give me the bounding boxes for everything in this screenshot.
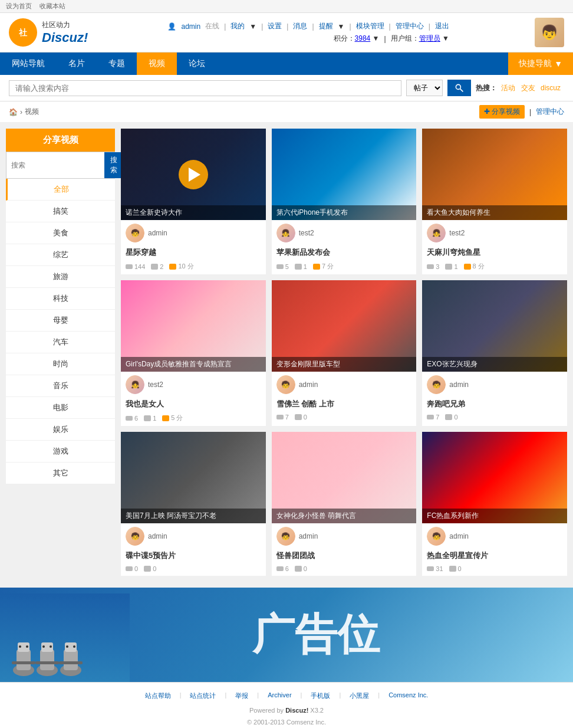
play-button-1[interactable]: [179, 160, 208, 189]
user-name-8: admin: [299, 532, 318, 540]
video-overlay-2: 第六代iPhone手机发布: [272, 205, 417, 220]
video-thumb-2[interactable]: 第六代iPhone手机发布: [272, 129, 417, 220]
video-stats-8: 6 0: [272, 563, 417, 576]
video-card-4: Girl'sDay成员敏雅推首专成熟宣言 👧 test2 我也是女人 6 1 5…: [121, 280, 266, 426]
hot-item-3[interactable]: discuz: [541, 84, 561, 92]
logout-link[interactable]: 退出: [435, 21, 449, 31]
ad-text: 广告位: [252, 606, 380, 663]
video-title-4: 我也是女人: [121, 398, 266, 412]
share-video-button[interactable]: ✚ 分享视频: [479, 105, 525, 119]
video-card-3: 看大鱼大肉如何养生 👧 test2 天麻川穹炖鱼星 3 1 8 分: [422, 129, 567, 274]
sidebar-item-food[interactable]: 美食: [6, 222, 115, 244]
nav-namecard[interactable]: 名片: [57, 53, 97, 75]
sidebar-item-entertainment[interactable]: 娱乐: [6, 419, 115, 441]
hot-item-2[interactable]: 交友: [521, 84, 535, 92]
sidebar-item-travel[interactable]: 旅游: [6, 266, 115, 288]
svg-point-17: [66, 645, 68, 648]
settings-link[interactable]: 设置: [268, 21, 282, 31]
breadcrumb-sep: ›: [20, 108, 22, 116]
nav-site-guide[interactable]: 网站导航: [0, 53, 57, 75]
footer-powered: Powered by Discuz! X3.2: [249, 707, 324, 714]
footer-help-link[interactable]: 站点帮助: [145, 691, 171, 700]
nav-special[interactable]: 专题: [97, 53, 137, 75]
admin-center-link[interactable]: 管理中心: [396, 21, 424, 31]
footer-comsenz-link[interactable]: Comsenz Inc.: [388, 691, 428, 700]
sidebar-search-input[interactable]: [6, 152, 104, 178]
footer-archiver-link[interactable]: Archiver: [268, 691, 291, 700]
sidebar-item-baby[interactable]: 母婴: [6, 310, 115, 332]
video-thumb-9[interactable]: FC热血系列新作: [422, 432, 567, 523]
sep8: |: [384, 35, 386, 43]
footer-blacklist-link[interactable]: 小黑屋: [350, 691, 369, 700]
sep7: |: [429, 22, 430, 31]
user-name-9: admin: [449, 532, 469, 540]
sidebar-title: 分享视频: [6, 129, 115, 152]
top-bar: 设为首页 收藏本站: [0, 0, 573, 13]
sidebar-item-fashion[interactable]: 时尚: [6, 353, 115, 375]
messages-link[interactable]: 消息: [293, 21, 307, 31]
sidebar-item-game[interactable]: 游戏: [6, 441, 115, 463]
video-thumb-8[interactable]: 女神化身小怪兽 萌舞代言: [272, 432, 417, 523]
manage-center-link[interactable]: 管理中心: [536, 107, 564, 117]
nav-forum[interactable]: 论坛: [177, 53, 217, 75]
search-button[interactable]: [447, 80, 471, 96]
video-user-7: 🧒 admin: [121, 523, 266, 549]
usergroup-link[interactable]: 管理员: [419, 34, 440, 42]
video-thumb-1[interactable]: 诺兰全新史诗大作: [121, 129, 266, 220]
hot-item-1[interactable]: 活动: [501, 84, 515, 92]
sidebar-item-car[interactable]: 汽车: [6, 332, 115, 353]
home-icon-link[interactable]: 🏠: [9, 108, 18, 116]
svg-text:社: 社: [18, 28, 28, 37]
svg-line-3: [460, 89, 463, 92]
user-avatar-5: 🧒: [276, 375, 295, 394]
video-overlay-5: 变形金刚限里版车型: [272, 357, 417, 372]
video-user-1: 🧒 admin: [121, 220, 266, 246]
video-stats-4: 6 1 5 分: [121, 412, 266, 426]
breadcrumb: 🏠 › 视频: [9, 107, 39, 117]
sidebar-item-movie[interactable]: 电影: [6, 397, 115, 419]
sidebar: 分享视频 搜索 全部 搞笑 美食 综艺 旅游 科技 母婴 汽车 时尚 音乐 电影…: [6, 129, 115, 576]
hot-search: 热搜： 活动 交友 discuz: [476, 83, 564, 93]
username-link[interactable]: admin: [181, 22, 200, 31]
video-user-8: 🧒 admin: [272, 523, 417, 549]
ad-banner: 广告位: [0, 588, 573, 682]
sidebar-item-all[interactable]: 全部: [6, 179, 115, 201]
svg-rect-19: [12, 661, 35, 664]
video-thumb-3[interactable]: 看大鱼大肉如何养生: [422, 129, 567, 220]
video-thumb-7[interactable]: 美国7月上映 阿汤哥宝刀不老: [121, 432, 266, 523]
search-input[interactable]: [9, 80, 401, 96]
video-user-9: 🧒 admin: [422, 523, 567, 549]
video-stats-1: 144 2 10 分: [121, 260, 266, 274]
video-card-6: EXO张艺兴现身 🧒 admin 奔跑吧兄弟 7 0: [422, 280, 567, 426]
user-name-7: admin: [148, 532, 167, 540]
logo: 社 社区动力 Discuz!: [9, 18, 88, 47]
footer-stats-link[interactable]: 站点统计: [190, 691, 216, 700]
alerts-link[interactable]: 提醒: [319, 21, 333, 31]
sidebar-item-tech[interactable]: 科技: [6, 288, 115, 310]
module-mgmt-link[interactable]: 模块管理: [356, 21, 384, 31]
my-link[interactable]: 我的: [230, 21, 245, 31]
sidebar-item-other[interactable]: 其它: [6, 463, 115, 484]
logo-icon: 社: [9, 18, 37, 47]
video-thumb-4[interactable]: Girl'sDay成员敏雅推首专成熟宣言: [121, 280, 266, 372]
sidebar-item-music[interactable]: 音乐: [6, 375, 115, 397]
sep2: |: [261, 22, 263, 31]
video-thumb-5[interactable]: 变形金刚限里版车型: [272, 280, 417, 372]
points-link[interactable]: 3984: [355, 34, 371, 42]
sep3: |: [286, 22, 288, 31]
content-area: 分享视频 搜索 全部 搞笑 美食 综艺 旅游 科技 母婴 汽车 时尚 音乐 电影…: [0, 123, 573, 582]
nav-video[interactable]: 视频: [137, 53, 177, 75]
user-avatar-8: 🧒: [276, 527, 295, 546]
sep5: |: [349, 22, 351, 31]
user-name-5: admin: [299, 381, 318, 389]
quick-nav-button[interactable]: 快捷导航 ▼: [508, 53, 573, 75]
sidebar-item-variety[interactable]: 综艺: [6, 244, 115, 266]
search-type-select[interactable]: 帖子: [406, 80, 443, 96]
set-home-link[interactable]: 设为首页: [6, 2, 32, 9]
bookmark-link[interactable]: 收藏本站: [39, 2, 65, 9]
video-thumb-6[interactable]: EXO张艺兴现身: [422, 280, 567, 372]
footer-report-link[interactable]: 举报: [235, 691, 248, 700]
breadcrumb-actions: ✚ 分享视频 | 管理中心: [479, 105, 564, 119]
footer-mobile-link[interactable]: 手机版: [311, 691, 330, 700]
sidebar-item-funny[interactable]: 搞笑: [6, 201, 115, 222]
